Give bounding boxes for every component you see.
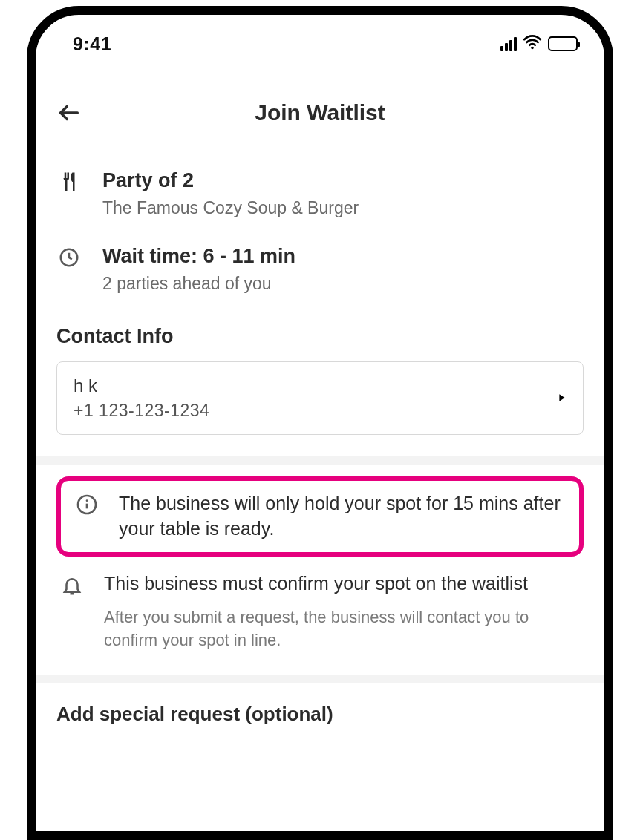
cellular-signal-icon xyxy=(500,37,517,51)
page-header: Join Waitlist xyxy=(56,98,584,128)
party-row: Party of 2 The Famous Cozy Soup & Burger xyxy=(56,169,584,218)
chevron-right-icon xyxy=(558,392,566,405)
svg-marker-3 xyxy=(559,394,564,401)
bell-icon xyxy=(59,571,85,597)
hold-notice-text: The business will only hold your spot fo… xyxy=(119,491,566,542)
hold-notice-callout: The business will only hold your spot fo… xyxy=(56,476,584,557)
wait-time-row: Wait time: 6 - 11 min 2 parties ahead of… xyxy=(56,245,584,294)
confirm-notice-row: This business must confirm your spot on … xyxy=(56,571,584,652)
svg-point-0 xyxy=(531,47,533,49)
clock-icon xyxy=(56,245,82,269)
svg-point-6 xyxy=(86,499,88,502)
parties-ahead-label: 2 parties ahead of you xyxy=(102,274,584,294)
wait-time-label: Wait time: 6 - 11 min xyxy=(102,245,584,268)
party-size-label: Party of 2 xyxy=(102,169,584,192)
section-divider xyxy=(36,456,604,465)
restaurant-name: The Famous Cozy Soup & Burger xyxy=(102,198,584,218)
utensils-icon xyxy=(56,169,82,193)
page-title: Join Waitlist xyxy=(56,100,584,125)
section-divider xyxy=(36,675,604,683)
device-frame: 9:41 Join Wa xyxy=(27,6,613,840)
confirm-notice-title: This business must confirm your spot on … xyxy=(104,571,581,597)
contact-phone: +1 123-123-1234 xyxy=(74,401,209,421)
back-button[interactable] xyxy=(56,98,86,128)
special-request-heading: Add special request (optional) xyxy=(56,703,584,726)
status-time: 9:41 xyxy=(73,33,111,55)
status-icons xyxy=(500,33,578,55)
status-bar: 9:41 xyxy=(36,15,604,59)
info-icon xyxy=(74,491,99,516)
wifi-icon xyxy=(523,33,542,55)
confirm-notice-subtext: After you submit a request, the business… xyxy=(104,606,581,652)
contact-info-heading: Contact Info xyxy=(56,325,584,348)
battery-icon xyxy=(548,36,578,51)
contact-info-card[interactable]: h k +1 123-123-1234 xyxy=(56,361,584,435)
contact-name: h k xyxy=(74,375,209,396)
